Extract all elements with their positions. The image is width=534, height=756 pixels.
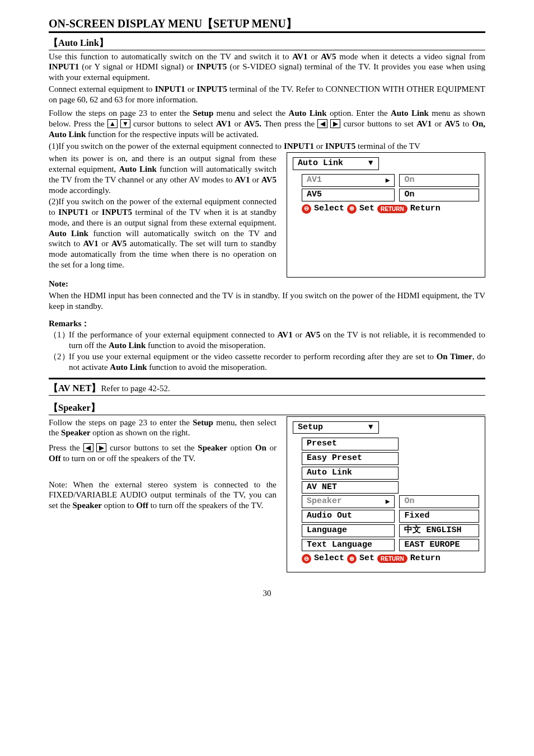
right-icon: ▶ [96, 443, 106, 452]
triangle-down-icon: ▼ [368, 158, 373, 167]
case1-intro: (1)If you switch on the power of the ext… [49, 141, 485, 152]
page-number: 30 [49, 588, 485, 599]
note-text: When the HDMI input has been connected a… [49, 290, 485, 312]
osd-row[interactable]: Audio Out [302, 510, 395, 523]
select-icon: ⊖ [302, 204, 311, 214]
return-pill: RETURN [377, 205, 407, 213]
note-label: Note: [49, 279, 68, 288]
up-icon: ▲ [107, 119, 118, 128]
osd-row[interactable]: Text Language [302, 539, 395, 552]
osd-row[interactable]: AV1▶ [302, 174, 395, 187]
left-icon: ◀ [83, 443, 93, 452]
triangle-down-icon: ▼ [368, 422, 373, 431]
osd-autolink: Auto Link ▼ AV1▶ On AV5 On ⊖Select ⊕Set … [287, 152, 485, 278]
osd-value: On [399, 189, 479, 201]
osd-value: Fixed [399, 510, 479, 523]
section-avnet: 【AV NET】Refer to page 42-52. [49, 383, 485, 396]
osd-row[interactable]: AV NET [302, 481, 399, 494]
osd-legend: ⊖Select ⊕Set RETURNReturn [302, 553, 479, 564]
set-icon: ⊕ [347, 554, 357, 564]
section-autolink: 【Auto Link】 [49, 37, 485, 50]
osd-value: 中文 ENGLISH [399, 524, 479, 537]
osd-row[interactable]: Speaker▶ [302, 495, 395, 508]
osd-row[interactable]: AV5 [302, 189, 395, 201]
autolink-p2: Connect external equipment to INPUT1 or … [49, 84, 485, 105]
osd-value: On [399, 495, 479, 508]
return-pill: RETURN [377, 555, 407, 563]
select-icon: ⊖ [302, 554, 311, 564]
osd-value: EAST EUROPE [399, 539, 479, 552]
osd-row[interactable]: Easy Preset [302, 452, 399, 465]
section-speaker: 【Speaker】 [49, 402, 485, 415]
osd-setup: Setup ▼ Preset Easy Preset Auto Link AV … [287, 416, 485, 573]
triangle-right-icon: ▶ [386, 177, 390, 184]
remarks-label: Remarks： [49, 319, 90, 328]
left-icon: ◀ [317, 119, 327, 128]
triangle-right-icon: ▶ [386, 498, 390, 505]
down-icon: ▼ [120, 119, 130, 128]
remark-1: （1） If the performance of your external … [49, 330, 485, 351]
osd-row[interactable]: Auto Link [302, 467, 399, 480]
speaker-note: Note: When the external stereo system is… [49, 480, 277, 511]
case2: (2)If you switch on the power of the ext… [49, 196, 277, 270]
osd-legend: ⊖Select ⊕Set RETURNReturn [302, 204, 479, 214]
osd-row[interactable]: Language [302, 524, 395, 537]
speaker-p2: Press the ◀ ▶ cursor buttons to set the … [49, 443, 277, 464]
osd-row[interactable]: Preset [302, 438, 399, 450]
autolink-p3: Follow the steps on page 23 to enter the… [49, 108, 485, 139]
case1: when its power is on, and there is an ou… [49, 153, 277, 195]
remark-2: （2） If you use your external equipment o… [49, 351, 485, 373]
page-title: ON-SCREEN DISPLAY MENU【SETUP MENU】 [49, 17, 485, 33]
osd-value: On [399, 174, 479, 187]
right-icon: ▶ [330, 119, 340, 128]
autolink-p1: Use this function to automatically switc… [49, 51, 485, 83]
speaker-p1: Follow the steps on page 23 to enter the… [49, 417, 277, 439]
set-icon: ⊕ [347, 204, 357, 214]
